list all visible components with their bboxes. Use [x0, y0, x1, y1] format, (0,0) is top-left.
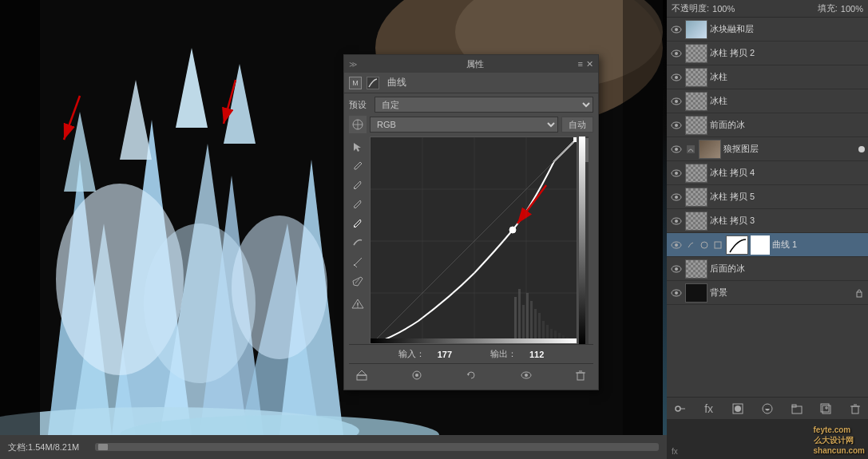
- layer-item[interactable]: 冰柱 拷贝 3: [667, 209, 868, 233]
- layer-visibility-icon[interactable]: [670, 47, 683, 60]
- layer-thumbnail: [685, 92, 707, 111]
- view-previous-icon[interactable]: [409, 367, 425, 383]
- visibility-icon[interactable]: [518, 367, 534, 383]
- panel-menu-icon[interactable]: ≡: [578, 59, 583, 69]
- layer-visibility-icon[interactable]: [670, 167, 683, 180]
- layer-visibility-icon[interactable]: [670, 263, 683, 275]
- layer-item[interactable]: 后面的冰: [667, 257, 868, 281]
- preset-label: 预设: [349, 99, 371, 111]
- warning-tool[interactable]: [349, 295, 367, 312]
- delete-icon[interactable]: [573, 367, 589, 383]
- svg-point-27: [354, 226, 355, 228]
- layer-visibility-icon[interactable]: [670, 287, 683, 299]
- layer-name-text: 背景: [710, 287, 851, 299]
- svg-point-109: [735, 406, 741, 412]
- new-layer-btn[interactable]: [818, 401, 834, 417]
- channel-row: RGB 自动: [349, 116, 593, 133]
- layer-visibility-icon[interactable]: [670, 23, 683, 36]
- preset-select[interactable]: 自定: [375, 97, 593, 113]
- reset-tool[interactable]: [349, 272, 367, 290]
- delete-layer-btn[interactable]: [847, 401, 863, 417]
- input-label: 输入：: [398, 348, 425, 360]
- layer-item[interactable]: 前面的冰: [667, 113, 868, 137]
- layer-name-text: 冰块融和层: [710, 23, 865, 35]
- layers-header: 不透明度: 100% 填充: 100%: [667, 0, 868, 18]
- link-layers-btn[interactable]: [672, 401, 688, 417]
- opacity-label: 不透明度:: [672, 2, 709, 14]
- svg-point-55: [509, 227, 516, 233]
- clip-to-layer-icon[interactable]: [354, 367, 370, 383]
- layer-visibility-icon[interactable]: [670, 191, 683, 204]
- canvas-area: ≫ 属性 ≡ ✕ M 曲线: [0, 0, 667, 459]
- progress-bar: [95, 443, 659, 451]
- layer-item[interactable]: 曲线 1: [667, 233, 868, 257]
- layer-visibility-icon[interactable]: [670, 215, 683, 228]
- fill-value: 100%: [841, 4, 863, 14]
- pencil-draw-tool[interactable]: [349, 253, 367, 271]
- panel-bottom-icons: [349, 363, 593, 386]
- svg-rect-23: [623, 0, 663, 435]
- panel-mask-icon[interactable]: M: [349, 77, 362, 89]
- curves-graph[interactable]: [370, 137, 577, 344]
- layer-name-text: 冰柱 拷贝 4: [710, 167, 865, 179]
- panel-close-icon[interactable]: ✕: [586, 59, 593, 69]
- left-tools: [349, 137, 367, 344]
- eyedropper-tool-3[interactable]: [349, 215, 367, 232]
- smooth-tool[interactable]: [349, 234, 367, 251]
- layer-item[interactable]: 背景: [667, 281, 868, 305]
- svg-rect-44: [526, 293, 529, 344]
- layer-extra-icon3[interactable]: [712, 239, 723, 251]
- layer-item[interactable]: 冰柱: [667, 89, 868, 113]
- layer-item[interactable]: 冰柱: [667, 65, 868, 89]
- layer-item[interactable]: 冰块融和层: [667, 18, 868, 42]
- pencil-tool[interactable]: [349, 157, 367, 175]
- svg-rect-43: [522, 305, 525, 344]
- layer-visibility-icon[interactable]: [670, 143, 683, 156]
- layer-item[interactable]: 冰柱 拷贝 4: [667, 161, 868, 185]
- panel-collapse-icon[interactable]: ≫: [349, 60, 357, 69]
- layer-thumbnail: [726, 235, 748, 255]
- layer-name-text: 冰柱: [710, 71, 865, 83]
- progress-handle[interactable]: [98, 444, 108, 450]
- layer-visibility-icon[interactable]: [670, 71, 683, 84]
- panel-header-label: 属性: [373, 58, 578, 70]
- svg-rect-117: [852, 406, 858, 413]
- svg-point-102: [675, 267, 678, 271]
- layer-extra-icon1[interactable]: [685, 239, 696, 251]
- layer-name-text: 冰柱 拷贝 3: [710, 215, 865, 227]
- channel-select[interactable]: RGB: [370, 117, 558, 133]
- layer-thumbnail: [685, 283, 707, 303]
- svg-marker-72: [467, 374, 470, 376]
- pointer-tool[interactable]: [349, 138, 367, 156]
- layer-thumbnail: [685, 212, 707, 231]
- svg-point-16: [232, 216, 327, 359]
- panel-curves-icon[interactable]: [367, 77, 379, 89]
- reset-icon[interactable]: [463, 367, 479, 383]
- svg-rect-41: [514, 297, 517, 344]
- layers-panel: 不透明度: 100% 填充: 100% 冰块融和层冰柱 拷贝 2冰柱冰柱前面的冰…: [667, 0, 868, 459]
- svg-rect-22: [0, 0, 40, 435]
- add-mask-btn[interactable]: [730, 401, 746, 417]
- layer-item[interactable]: 狼抠图层: [667, 137, 868, 161]
- layer-visibility-icon[interactable]: [670, 95, 683, 108]
- input-output-row: 输入： 177 输出： 112: [349, 344, 593, 363]
- layer-item[interactable]: 冰柱 拷贝 5: [667, 185, 868, 209]
- layer-extra-icon2[interactable]: [699, 239, 710, 251]
- watermark: feyte.com 么大设计网 shancun.com: [814, 425, 865, 456]
- curves-title: 曲线: [387, 76, 406, 89]
- eyedropper-tool-2[interactable]: [349, 196, 367, 213]
- status-bar: 文档:1.54M/8.21M: [0, 435, 667, 459]
- auto-button[interactable]: 自动: [561, 117, 593, 133]
- svg-point-81: [675, 52, 678, 55]
- layer-item[interactable]: 冰柱 拷贝 2: [667, 42, 868, 65]
- new-group-btn[interactable]: [789, 401, 805, 417]
- new-adjustment-btn[interactable]: [759, 401, 775, 417]
- layer-visibility-icon[interactable]: [670, 239, 683, 251]
- panel-titlebar[interactable]: ≫ 属性 ≡ ✕: [344, 55, 598, 73]
- eyedropper-tool-1[interactable]: [349, 176, 367, 194]
- layer-visibility-icon[interactable]: [670, 119, 683, 132]
- add-style-btn[interactable]: fx: [701, 401, 717, 417]
- layers-list[interactable]: 冰块融和层冰柱 拷贝 2冰柱冰柱前面的冰狼抠图层冰柱 拷贝 4冰柱 拷贝 5冰柱…: [667, 18, 868, 397]
- channel-icon[interactable]: [349, 116, 367, 133]
- fx-icon[interactable]: fx: [672, 447, 678, 456]
